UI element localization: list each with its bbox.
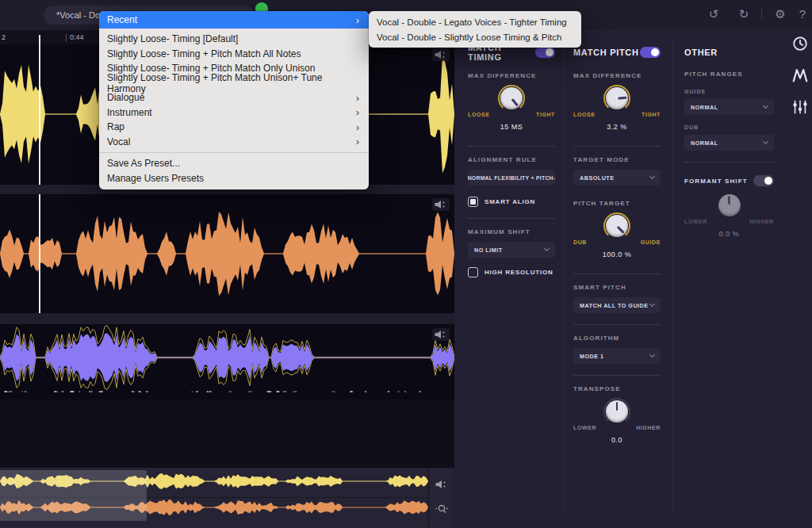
knob-min-label: LOOSE <box>468 112 490 117</box>
dropdown-value: NO LIMIT <box>474 247 503 254</box>
playhead[interactable] <box>39 35 40 44</box>
overview-zoom-button[interactable] <box>435 503 449 518</box>
max-difference-label: MAX DIFFERENCE <box>573 72 661 79</box>
submenu-item[interactable]: Vocal - Double - Slightly Loose Timing &… <box>369 29 581 44</box>
preset-menu: Recent › Slightly Loose- Timing [Default… <box>99 11 369 189</box>
overview-viewport[interactable] <box>0 470 147 521</box>
menu-item[interactable]: Vocal› <box>99 135 369 150</box>
menu-item[interactable]: Instrument› <box>99 105 369 121</box>
menu-item[interactable]: Slightly Loose- Timing + Pitch Match All… <box>99 47 369 62</box>
maximum-shift-dropdown[interactable]: NO LIMIT <box>468 242 555 258</box>
history-view-button[interactable] <box>791 34 810 53</box>
section-divider <box>468 218 555 219</box>
knob-value: 15 MS <box>468 123 555 131</box>
section-divider <box>573 274 661 274</box>
knob-min-label: LOWER <box>684 219 707 224</box>
magnifier-icon <box>435 503 449 515</box>
aligned-track[interactable] <box>0 324 454 400</box>
sliders-icon <box>791 98 809 116</box>
knob-max-label: GUIDE <box>641 239 661 245</box>
knob-max-label: HIGHER <box>636 425 661 430</box>
playhead[interactable] <box>39 194 40 313</box>
dropdown-value: NORMAL <box>691 140 718 147</box>
high-resolution-label: HIGH RESOLUTION <box>485 269 553 276</box>
help-icon[interactable]: ? <box>793 5 812 24</box>
overview-monitor-button[interactable] <box>435 478 449 492</box>
submenu-arrow-icon: › <box>356 136 359 147</box>
menu-item[interactable]: Save As Preset... <box>99 156 369 171</box>
clock-icon <box>791 35 809 52</box>
smart-pitch-dropdown[interactable]: MATCH ALL TO GUIDE <box>573 297 661 313</box>
menu-item-label: Slightly Loose- Timing [Default] <box>107 33 238 44</box>
menu-item[interactable]: Rap› <box>99 120 369 135</box>
dub-track[interactable] <box>0 194 454 313</box>
dropdown-value: MODE 1 <box>580 353 604 360</box>
alignment-rule-label: ALIGNMENT RULE <box>468 156 555 163</box>
knob-value: 100.0 % <box>573 251 661 258</box>
pitch-target-label: PITCH TARGET <box>573 200 661 207</box>
smart-align-checkbox-row[interactable]: SMART ALIGN <box>468 197 555 207</box>
menu-item[interactable]: Slightly Loose- Timing + Pitch Match Uni… <box>99 76 369 91</box>
menu-item[interactable]: Manage Users Presets <box>99 171 369 186</box>
smart-pitch-label: SMART PITCH <box>573 284 661 291</box>
algorithm-label: ALGORITHM <box>573 335 661 342</box>
target-mode-label: TARGET MODE <box>573 156 661 163</box>
knob-face <box>606 215 628 237</box>
high-resolution-checkbox[interactable] <box>468 267 478 277</box>
knob-needle <box>617 226 625 234</box>
m-wave-icon <box>791 67 809 84</box>
playhead[interactable] <box>39 44 40 185</box>
track-monitor-button[interactable] <box>432 328 450 341</box>
alignment-rule-button[interactable]: NORMAL FLEXIBILITY + PITCH- <box>468 170 555 186</box>
algorithm-dropdown[interactable]: MODE 1 <box>573 348 661 364</box>
submenu-item[interactable]: Vocal - Double - Legato Voices - Tighter… <box>369 14 581 29</box>
menu-item-recent[interactable]: Recent › <box>99 11 369 29</box>
guide-range-dropdown[interactable]: NORMAL <box>684 99 774 115</box>
menu-item-label: Rap <box>107 121 124 132</box>
mixer-view-button[interactable] <box>791 98 810 117</box>
track-monitor-button[interactable] <box>432 198 450 211</box>
match-timing-toggle[interactable] <box>535 47 555 58</box>
overview-strip[interactable] <box>0 468 454 528</box>
other-title: OTHER <box>684 48 718 57</box>
knob-value: 3.2 % <box>573 123 661 131</box>
knob-min-label: LOOSE <box>573 112 596 117</box>
smart-align-checkbox[interactable] <box>468 197 478 207</box>
other-section: OTHER PITCH RANGES GUIDE NORMAL DUB NORM… <box>684 30 774 242</box>
speaker-icon <box>434 330 448 339</box>
menu-item-label: Instrument <box>107 107 152 118</box>
transpose-knob[interactable]: LOWER HIGHER 0.0 <box>573 396 661 448</box>
pitch-target-knob[interactable]: DUB GUIDE 100.0 % <box>573 210 661 262</box>
pitch-max-difference-knob[interactable]: LOOSE TIGHT 3.2 % <box>573 82 661 135</box>
redo-icon[interactable]: ↻ <box>734 5 753 24</box>
chevron-down-icon <box>649 174 655 179</box>
knob-max-label: HIGHER <box>749 219 774 224</box>
formant-shift-knob[interactable]: LOWER HIGHER 0.0 % <box>684 189 774 242</box>
target-mode-dropdown[interactable]: ABSOLUTE <box>573 170 661 186</box>
column-divider <box>563 41 564 517</box>
waveform-view-button[interactable] <box>791 66 810 85</box>
recent-submenu: Vocal - Double - Legato Voices - Tighter… <box>369 11 581 48</box>
menu-separator <box>99 152 369 153</box>
track-separator <box>0 313 454 324</box>
high-resolution-checkbox-row[interactable]: HIGH RESOLUTION <box>468 267 555 277</box>
knob-face <box>718 194 741 216</box>
dub-label: DUB <box>684 124 774 130</box>
timing-max-difference-knob[interactable]: LOOSE TIGHT 15 MS <box>468 82 555 135</box>
menu-item[interactable]: Slightly Loose- Timing [Default] <box>99 32 369 47</box>
gear-icon[interactable]: ⚙ <box>771 5 790 24</box>
guide-label: GUIDE <box>684 89 774 94</box>
submenu-arrow-icon: › <box>356 122 359 132</box>
knob-face <box>606 400 628 423</box>
pitch-ranges-label: PITCH RANGES <box>684 71 774 78</box>
column-divider <box>672 41 673 517</box>
match-pitch-title: MATCH PITCH <box>573 48 639 57</box>
undo-icon[interactable]: ↺ <box>704 5 723 24</box>
track-monitor-button[interactable] <box>432 48 450 61</box>
menu-item-label: Save As Preset... <box>107 158 180 169</box>
dub-range-dropdown[interactable]: NORMAL <box>684 135 774 151</box>
ruler-label: 2 <box>2 33 6 41</box>
formant-shift-toggle[interactable] <box>753 175 774 186</box>
chevron-down-icon <box>763 139 768 144</box>
match-pitch-toggle[interactable] <box>640 47 661 58</box>
